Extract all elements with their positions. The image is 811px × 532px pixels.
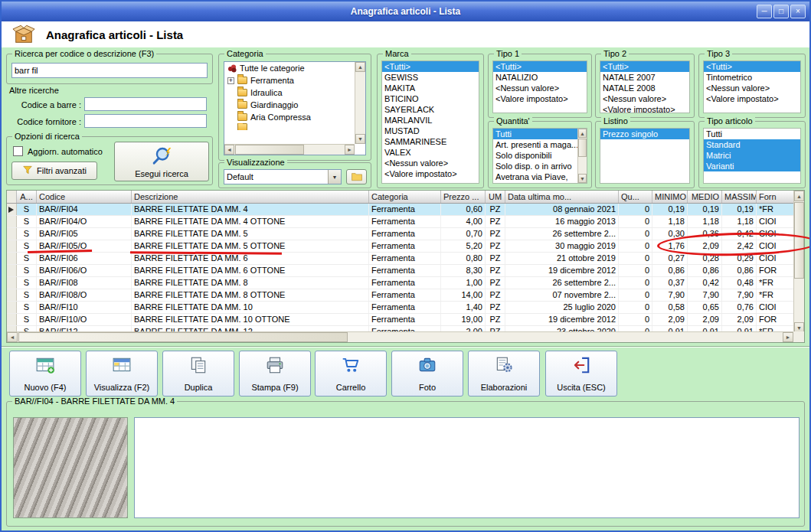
titlebar[interactable]: Anagrafica articoli - Lista ─ □ ×: [2, 2, 809, 21]
tree-item-clipped[interactable]: [224, 123, 355, 130]
tree-item-idraulica[interactable]: Idraulica: [224, 86, 355, 99]
col-header-um[interactable]: UM: [486, 191, 505, 203]
list-item[interactable]: Tutti: [704, 129, 800, 139]
col-header-prezzo[interactable]: Prezzo ...: [441, 191, 486, 203]
list-item[interactable]: Solo disp. o in arrivo: [493, 161, 577, 171]
list-item[interactable]: <Tutti>: [493, 61, 587, 72]
col-header-descrizione[interactable]: Descrizione: [132, 191, 369, 203]
scroll-right-icon[interactable]: ►: [345, 145, 355, 155]
list-item[interactable]: <Tutti>: [600, 61, 689, 72]
list-item[interactable]: <Valore impostato>: [704, 93, 800, 104]
list-item[interactable]: Standard: [704, 139, 800, 150]
scroll-left-icon[interactable]: ◄: [224, 145, 234, 155]
col-header-fornitore[interactable]: Forn: [757, 191, 795, 203]
list-item[interactable]: SAMMARINESE: [382, 136, 479, 147]
scroll-up-icon[interactable]: ▲: [794, 191, 804, 201]
tree-item-aria-compressa[interactable]: Aria Compressa: [224, 111, 355, 123]
table-row[interactable]: S BAR//FI05 BARRE FILETTATE DA MM. 5 Fer…: [7, 228, 793, 240]
duplicate-button[interactable]: Duplica: [162, 351, 234, 397]
list-item[interactable]: Matrici: [704, 150, 800, 161]
photo-button[interactable]: Foto: [391, 351, 463, 397]
list-item[interactable]: NATALIZIO: [493, 72, 587, 83]
quantity-scrollbar[interactable]: ▲ ▼: [577, 129, 587, 183]
expand-icon[interactable]: +: [227, 77, 234, 84]
scrollbar-thumb[interactable]: [18, 332, 348, 342]
close-button[interactable]: ×: [790, 5, 806, 18]
list-item[interactable]: MAKITA: [382, 83, 479, 93]
scrollbar-thumb[interactable]: [235, 145, 304, 155]
scroll-left-icon[interactable]: ◄: [7, 332, 18, 342]
tree-item-ferramenta[interactable]: + Ferramenta: [224, 74, 355, 86]
grid-horizontal-scrollbar[interactable]: ◄ ►: [7, 331, 793, 342]
list-item[interactable]: GEWISS: [382, 72, 479, 83]
scroll-right-icon[interactable]: ►: [783, 332, 793, 342]
print-button[interactable]: Stampa (F9): [239, 351, 311, 397]
list-item[interactable]: NATALE 2007: [600, 72, 689, 83]
list-item[interactable]: <Nessun valore>: [493, 83, 587, 93]
table-row[interactable]: S BAR//FI04/O BARRE FILETTATE DA MM. 4 O…: [7, 216, 793, 228]
scroll-up-icon[interactable]: ▲: [355, 62, 365, 72]
list-item[interactable]: SAYERLACK: [382, 104, 479, 115]
list-item[interactable]: Tutti: [493, 129, 577, 139]
list-item[interactable]: NATALE 2008: [600, 83, 689, 93]
col-header-codice[interactable]: Codice: [37, 191, 132, 203]
barcode-input[interactable]: [84, 97, 207, 111]
search-input[interactable]: [11, 63, 208, 78]
run-search-button[interactable]: Esegui ricerca: [114, 142, 209, 181]
list-item[interactable]: BTICINO: [382, 93, 479, 104]
col-header-attivo[interactable]: A...: [17, 191, 37, 203]
list-item[interactable]: <Valore impostato>: [382, 168, 479, 179]
list-item[interactable]: VALEX: [382, 147, 479, 158]
list-item[interactable]: <Nessun valore>: [600, 93, 689, 104]
table-row[interactable]: S BAR//FI10 BARRE FILETTATE DA MM. 10 Fe…: [7, 302, 793, 314]
table-row[interactable]: S BAR//FI10/O BARRE FILETTATE DA MM. 10 …: [7, 314, 793, 326]
new-button[interactable]: Nuovo (F4): [9, 351, 81, 397]
chevron-down-icon[interactable]: ▼: [328, 170, 341, 184]
category-horizontal-scrollbar[interactable]: ◄ ►: [224, 144, 355, 155]
processing-button[interactable]: Elaborazioni: [468, 351, 540, 397]
grid-vertical-scrollbar[interactable]: ▲ ▼: [793, 191, 804, 333]
list-item[interactable]: Prezzo singolo: [600, 129, 689, 139]
list-item[interactable]: <Tutti>: [382, 61, 479, 72]
minimize-button[interactable]: ─: [757, 5, 772, 18]
auto-update-checkbox[interactable]: [13, 146, 23, 156]
list-item[interactable]: Varianti: [704, 161, 800, 171]
list-item[interactable]: <Valore impostato>: [493, 93, 587, 104]
col-header-categoria[interactable]: Categoria: [369, 191, 441, 203]
maximize-button[interactable]: □: [773, 5, 789, 18]
scroll-down-icon[interactable]: ▼: [355, 134, 365, 144]
table-row[interactable]: S BAR//FI08 BARRE FILETTATE DA MM. 8 Fer…: [7, 277, 793, 289]
scrollbar-thumb[interactable]: [794, 202, 804, 279]
notes-area[interactable]: [134, 417, 800, 518]
list-item[interactable]: Tintometrico: [704, 72, 800, 83]
view-folder-button[interactable]: [346, 169, 367, 184]
tree-item-all-categories[interactable]: Tutte le categorie: [224, 62, 355, 74]
list-item[interactable]: Solo disponibili: [493, 150, 577, 161]
col-header-medio[interactable]: MEDIO: [688, 191, 722, 203]
tree-item-giardinaggio[interactable]: Giardinaggio: [224, 99, 355, 111]
list-item[interactable]: MARLANVIL: [382, 115, 479, 126]
table-row[interactable]: S BAR//FI08/O BARRE FILETTATE DA MM. 8 O…: [7, 289, 793, 302]
list-item[interactable]: <Nessun valore>: [704, 83, 800, 93]
list-item[interactable]: <Valore impostato>: [600, 104, 689, 113]
scroll-down-icon[interactable]: ▼: [578, 174, 587, 183]
supplier-code-input[interactable]: [84, 114, 207, 128]
col-header-minimo[interactable]: MINIMO: [652, 191, 688, 203]
view-select[interactable]: Default ▼: [224, 169, 342, 184]
list-item[interactable]: Art. presenti a maga...: [493, 139, 577, 150]
scroll-up-icon[interactable]: ▲: [578, 129, 587, 138]
cart-button[interactable]: Carrello: [315, 351, 387, 397]
list-item[interactable]: <Tutti>: [704, 61, 800, 72]
table-row[interactable]: S BAR//FI04 BARRE FILETTATE DA MM. 4 Fer…: [7, 204, 793, 216]
table-row[interactable]: S BAR//FI06/O BARRE FILETTATE DA MM. 6 O…: [7, 265, 793, 277]
exit-button[interactable]: Uscita (ESC): [545, 351, 617, 397]
col-header-data-modifica[interactable]: Data ultima mo...: [505, 191, 619, 203]
list-item[interactable]: MUSTAD: [382, 126, 479, 136]
table-row[interactable]: S BAR//FI06 BARRE FILETTATE DA MM. 6 Fer…: [7, 253, 793, 265]
col-header-massimo[interactable]: MASSIMO: [722, 191, 757, 203]
scrollbar-thumb[interactable]: [578, 139, 587, 157]
list-item[interactable]: <Nessun valore>: [382, 158, 479, 168]
category-vertical-scrollbar[interactable]: ▲ ▼: [355, 62, 365, 144]
view-button[interactable]: Visualizza (F2): [86, 351, 158, 397]
advanced-filters-button[interactable]: Filtri avanzati: [11, 162, 97, 180]
